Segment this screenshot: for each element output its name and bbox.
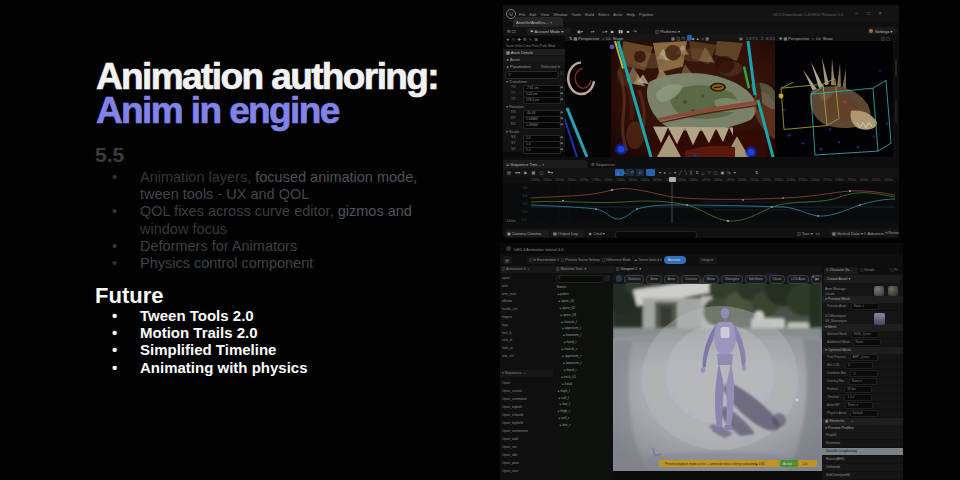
svg-text:0.6: 0.6 [523, 186, 528, 190]
svg-text:0.4: 0.4 [523, 194, 528, 198]
svg-text:0.0: 0.0 [523, 210, 528, 214]
svg-text:0.2: 0.2 [523, 202, 528, 206]
svg-text:-0.2: -0.2 [521, 218, 527, 222]
